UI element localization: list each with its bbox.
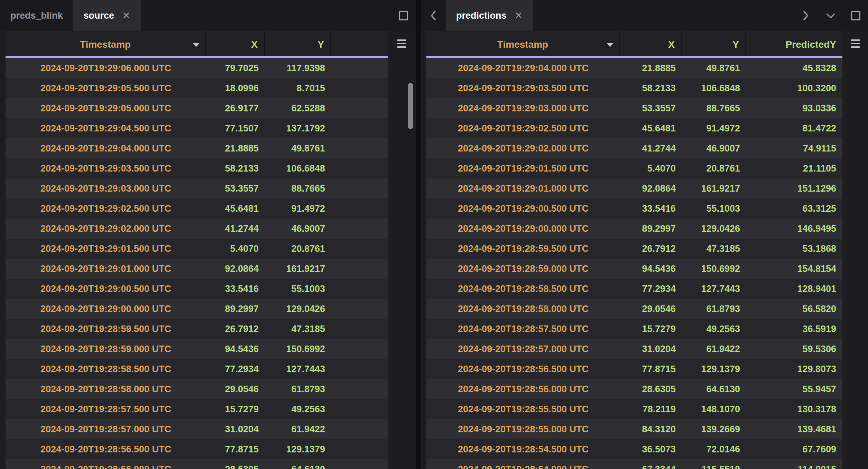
table-row[interactable]: 2024-09-20T19:28:59.500 UTC26.791247.318…	[426, 239, 842, 259]
table-row[interactable]: 2024-09-20T19:28:58.500 UTC77.2934127.74…	[6, 359, 388, 379]
table-row[interactable]: 2024-09-20T19:29:00.500 UTC33.541655.100…	[6, 279, 388, 299]
tab-list-button[interactable]	[818, 0, 843, 31]
close-icon[interactable]: ✕	[122, 11, 130, 20]
table-menu-icon[interactable]	[851, 39, 860, 48]
table-row[interactable]: 2024-09-20T19:29:04.000 UTC21.888549.876…	[6, 138, 388, 158]
timestamp-cell: 2024-09-20T19:28:55.500 UTC	[426, 399, 620, 419]
table-row[interactable]: 2024-09-20T19:29:02.500 UTC45.648191.497…	[6, 199, 388, 219]
column-header-y[interactable]: Y	[682, 31, 746, 58]
table-row[interactable]: 2024-09-20T19:28:59.000 UTC94.5436150.69…	[426, 259, 842, 279]
table-row[interactable]: 2024-09-20T19:28:59.000 UTC94.5436150.69…	[6, 339, 388, 359]
table-row[interactable]: 2024-09-20T19:28:59.500 UTC26.791247.318…	[6, 319, 388, 339]
table-menu-icon[interactable]	[397, 39, 406, 48]
tab-source[interactable]: source ✕	[73, 0, 141, 31]
table-row[interactable]: 2024-09-20T19:28:57.000 UTC31.020461.942…	[6, 419, 388, 439]
maximize-button[interactable]	[391, 0, 416, 31]
table-row[interactable]: 2024-09-20T19:29:01.500 UTC5.407020.8761	[6, 239, 388, 259]
table-row[interactable]: 2024-09-20T19:29:00.000 UTC89.2997129.04…	[426, 219, 842, 239]
table-row[interactable]: 2024-09-20T19:29:04.000 UTC21.888549.876…	[426, 58, 842, 78]
table-row[interactable]: 2024-09-20T19:28:58.000 UTC29.054661.879…	[426, 299, 842, 319]
value-cell: 49.8761	[682, 58, 746, 78]
table-row[interactable]: 2024-09-20T19:28:54.000 UTC67.3344115.55…	[426, 459, 842, 469]
timestamp-cell: 2024-09-20T19:29:00.000 UTC	[426, 219, 620, 239]
history-forward-button[interactable]	[793, 0, 818, 31]
table-row[interactable]: 2024-09-20T19:29:05.000 UTC26.917762.528…	[6, 98, 388, 118]
table-row[interactable]: 2024-09-20T19:28:54.500 UTC36.507372.014…	[426, 439, 842, 459]
value-cell: 161.9217	[265, 259, 331, 279]
value-cell: 61.9422	[265, 419, 331, 439]
column-header-timestamp[interactable]: Timestamp	[6, 31, 206, 58]
history-back-button[interactable]	[421, 0, 446, 31]
table-row[interactable]: 2024-09-20T19:28:57.000 UTC31.020461.942…	[426, 339, 842, 359]
value-cell: 129.1379	[265, 439, 331, 459]
right-table-header: Timestamp X Y PredictedY	[426, 31, 842, 58]
value-cell: 127.7443	[265, 359, 331, 379]
value-cell: 61.8793	[265, 379, 331, 399]
table-row[interactable]: 2024-09-20T19:29:03.000 UTC53.355788.766…	[6, 178, 388, 199]
table-row[interactable]: 2024-09-20T19:29:00.500 UTC33.541655.100…	[426, 199, 842, 219]
table-row[interactable]: 2024-09-20T19:29:05.500 UTC18.09968.7015	[6, 78, 388, 98]
value-cell: 94.5436	[620, 259, 682, 279]
table-row[interactable]: 2024-09-20T19:29:03.500 UTC58.2133106.68…	[426, 78, 842, 98]
timestamp-cell: 2024-09-20T19:29:02.500 UTC	[6, 199, 206, 219]
table-row[interactable]: 2024-09-20T19:28:55.500 UTC78.2119148.10…	[426, 399, 842, 419]
table-row[interactable]: 2024-09-20T19:28:56.000 UTC28.630564.613…	[6, 459, 388, 469]
value-cell: 129.8073	[746, 359, 842, 379]
table-row[interactable]: 2024-09-20T19:28:57.500 UTC15.727949.256…	[6, 399, 388, 419]
table-row[interactable]: 2024-09-20T19:29:02.500 UTC45.648191.497…	[426, 118, 842, 138]
column-dropdown-icon[interactable]	[193, 43, 200, 47]
value-cell: 31.0204	[620, 339, 682, 359]
table-row[interactable]: 2024-09-20T19:28:57.500 UTC15.727949.256…	[426, 319, 842, 339]
table-row[interactable]: 2024-09-20T19:29:06.000 UTC79.7025117.93…	[6, 58, 388, 78]
column-header-x[interactable]: X	[620, 31, 682, 58]
table-row[interactable]: 2024-09-20T19:28:58.000 UTC29.054661.879…	[6, 379, 388, 399]
value-cell: 161.9217	[682, 178, 746, 199]
timestamp-cell: 2024-09-20T19:28:58.000 UTC	[6, 379, 206, 399]
value-cell: 67.7609	[746, 439, 842, 459]
value-cell: 77.1507	[206, 118, 265, 138]
value-cell: 5.4070	[206, 239, 265, 259]
value-cell: 31.0204	[206, 419, 265, 439]
value-cell: 63.3125	[746, 199, 842, 219]
column-header-y[interactable]: Y	[265, 31, 331, 58]
maximize-button[interactable]	[843, 0, 868, 31]
table-row[interactable]: 2024-09-20T19:29:02.000 UTC41.274446.900…	[6, 219, 388, 239]
tab-bar-spacer	[533, 0, 793, 31]
column-dropdown-icon[interactable]	[607, 43, 613, 47]
value-cell: 114.0015	[746, 459, 842, 469]
table-row[interactable]: 2024-09-20T19:29:01.000 UTC92.0864161.92…	[426, 178, 842, 199]
tab-predictions[interactable]: predictions ✕	[446, 0, 533, 31]
table-row[interactable]: 2024-09-20T19:28:56.500 UTC77.8715129.13…	[6, 439, 388, 459]
timestamp-cell: 2024-09-20T19:28:58.000 UTC	[426, 299, 620, 319]
filler-cell	[331, 78, 388, 98]
scrollbar-thumb[interactable]	[408, 83, 413, 129]
value-cell: 58.2133	[206, 158, 265, 178]
timestamp-cell: 2024-09-20T19:29:00.500 UTC	[6, 279, 206, 299]
table-row[interactable]: 2024-09-20T19:28:55.000 UTC84.3120139.26…	[426, 419, 842, 439]
table-row[interactable]: 2024-09-20T19:29:03.500 UTC58.2133106.68…	[6, 158, 388, 178]
timestamp-cell: 2024-09-20T19:28:57.000 UTC	[6, 419, 206, 439]
value-cell: 5.4070	[620, 158, 682, 178]
table-row[interactable]: 2024-09-20T19:29:01.000 UTC92.0864161.92…	[6, 259, 388, 279]
timestamp-cell: 2024-09-20T19:28:56.500 UTC	[6, 439, 206, 459]
timestamp-cell: 2024-09-20T19:29:02.000 UTC	[6, 219, 206, 239]
timestamp-cell: 2024-09-20T19:29:02.000 UTC	[426, 138, 620, 158]
table-row[interactable]: 2024-09-20T19:28:56.500 UTC77.8715129.13…	[426, 359, 842, 379]
column-header-predictedy[interactable]: PredictedY	[746, 31, 842, 58]
table-row[interactable]: 2024-09-20T19:28:56.000 UTC28.630564.613…	[426, 379, 842, 399]
table-row[interactable]: 2024-09-20T19:28:58.500 UTC77.2934127.74…	[426, 279, 842, 299]
tab-preds-blink[interactable]: preds_blink	[0, 0, 73, 31]
value-cell: 49.2563	[682, 319, 746, 339]
close-icon[interactable]: ✕	[515, 11, 523, 20]
table-row[interactable]: 2024-09-20T19:29:02.000 UTC41.274446.900…	[426, 138, 842, 158]
timestamp-cell: 2024-09-20T19:29:03.500 UTC	[6, 158, 206, 178]
column-header-timestamp[interactable]: Timestamp	[426, 31, 620, 58]
table-row[interactable]: 2024-09-20T19:29:03.000 UTC53.355788.766…	[426, 98, 842, 118]
filler-cell	[331, 259, 388, 279]
table-row[interactable]: 2024-09-20T19:29:04.500 UTC77.1507137.17…	[6, 118, 388, 138]
filler-cell	[331, 178, 388, 199]
column-header-x[interactable]: X	[206, 31, 265, 58]
table-row[interactable]: 2024-09-20T19:29:00.000 UTC89.2997129.04…	[6, 299, 388, 319]
table-row[interactable]: 2024-09-20T19:29:01.500 UTC5.407020.8761…	[426, 158, 842, 178]
value-cell: 21.8885	[206, 138, 265, 158]
